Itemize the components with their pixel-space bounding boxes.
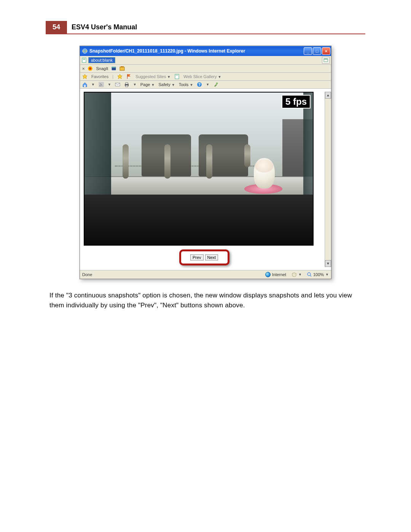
status-text: Done <box>82 272 92 277</box>
svg-rect-9 <box>112 67 116 68</box>
snagit-capture-icon[interactable] <box>119 66 125 71</box>
address-input[interactable]: about:blank <box>88 57 115 63</box>
feeds-icon[interactable] <box>99 82 104 87</box>
scroll-up-button[interactable]: ▲ <box>325 92 331 99</box>
zone-label: Internet <box>272 272 286 277</box>
scroll-down-button[interactable]: ▼ <box>325 260 331 267</box>
favorites-label[interactable]: Favorites <box>91 74 108 79</box>
globe-icon <box>265 272 271 277</box>
vertical-scrollbar[interactable]: ▲ ▼ <box>325 92 331 267</box>
print-icon[interactable] <box>124 82 129 87</box>
page-number: 54 <box>46 21 67 34</box>
snagit-toolbar: × SnagIt <box>80 65 331 73</box>
command-bar: ▼ ▼ ▼ Page ▼ Safety ▼ Tools ▼ ? ▼ <box>80 81 331 89</box>
svg-rect-10 <box>120 67 124 70</box>
window-title: SnapshotFolder/CH1_20111018_111220.jpg -… <box>89 48 304 54</box>
webslice-link[interactable]: Web Slice Gallery ▼ <box>183 74 221 79</box>
next-button[interactable]: Next <box>205 254 218 260</box>
manual-page: 54 ESV4 User's Manual SnapshotFolder/CH1… <box>0 0 411 393</box>
favorites-star-icon[interactable] <box>82 74 88 79</box>
svg-point-7 <box>89 67 91 70</box>
prev-button[interactable]: Prev <box>190 254 204 260</box>
zoom-control[interactable]: 100% ▼ <box>307 272 329 277</box>
svg-rect-22 <box>126 83 128 84</box>
svg-rect-11 <box>121 66 124 67</box>
svg-rect-1 <box>82 58 86 62</box>
snagit-close[interactable]: × <box>82 66 84 71</box>
snapshot-image: 5 fps <box>84 92 314 246</box>
snagit-window-icon[interactable] <box>111 66 116 71</box>
favorites-bar: Favorites | Suggested Sites ▼ Web Slice … <box>80 73 331 81</box>
svg-marker-13 <box>118 74 122 79</box>
fps-badge: 5 fps <box>282 95 311 109</box>
svg-rect-3 <box>83 59 85 60</box>
minimize-glyph: _ <box>307 49 309 53</box>
ie-logo-icon <box>82 48 88 54</box>
svg-line-28 <box>310 275 311 276</box>
compat-view-button[interactable] <box>322 57 330 64</box>
svg-rect-14 <box>127 74 127 79</box>
suggested-star-icon <box>117 74 123 79</box>
window-titlebar[interactable]: SnapshotFolder/CH1_20111018_111220.jpg -… <box>80 46 331 56</box>
security-zone[interactable]: Internet <box>265 272 286 277</box>
svg-point-19 <box>99 85 100 86</box>
tools-menu[interactable]: Tools ▼ <box>179 82 193 87</box>
close-button[interactable]: × <box>322 47 330 55</box>
svg-point-0 <box>83 49 87 53</box>
maximize-button[interactable]: □ <box>313 47 321 55</box>
suggested-sites-link[interactable]: Suggested Sites ▼ <box>135 74 170 79</box>
svg-rect-17 <box>84 85 86 87</box>
webslice-icon <box>174 74 180 79</box>
svg-point-26 <box>216 83 218 85</box>
safety-menu[interactable]: Safety ▼ <box>158 82 175 87</box>
snagit-label: SnagIt <box>96 66 108 71</box>
dev-tools-icon[interactable] <box>213 82 218 87</box>
svg-point-27 <box>307 273 311 276</box>
svg-rect-23 <box>126 85 128 87</box>
snagit-icon <box>88 66 93 71</box>
svg-text:?: ? <box>198 83 201 87</box>
close-glyph: × <box>325 49 327 53</box>
status-bar: Done Internet ▼ 100% ▼ <box>80 270 331 279</box>
screenshot-figure: SnapshotFolder/CH1_20111018_111220.jpg -… <box>80 46 331 279</box>
svg-rect-16 <box>176 75 178 75</box>
suggested-flag-icon <box>126 74 132 79</box>
caption-text: If the "3 continuous snapshots" option i… <box>46 291 365 311</box>
home-icon[interactable] <box>82 82 88 87</box>
zoom-value: 100% <box>313 272 324 277</box>
window-controls: _ □ × <box>304 47 330 55</box>
page-icon <box>81 58 87 63</box>
svg-rect-15 <box>175 74 179 79</box>
minimize-button[interactable]: _ <box>304 47 312 55</box>
svg-rect-2 <box>83 59 85 59</box>
help-icon[interactable]: ? <box>197 82 202 87</box>
svg-marker-12 <box>83 74 87 79</box>
protected-mode-icon[interactable]: ▼ <box>292 272 302 277</box>
prev-next-highlight: Prev Next <box>179 249 229 265</box>
svg-rect-5 <box>324 59 328 59</box>
document-title: ESV4 User's Manual <box>67 21 142 34</box>
address-bar-row: about:blank <box>80 56 331 65</box>
page-menu[interactable]: Page ▼ <box>140 82 155 87</box>
mail-icon[interactable] <box>115 82 120 87</box>
browser-content: 5 fps Prev Next ▲ ▼ <box>80 89 331 270</box>
page-header: 54 ESV4 User's Manual <box>46 21 365 34</box>
maximize-glyph: □ <box>316 49 319 53</box>
